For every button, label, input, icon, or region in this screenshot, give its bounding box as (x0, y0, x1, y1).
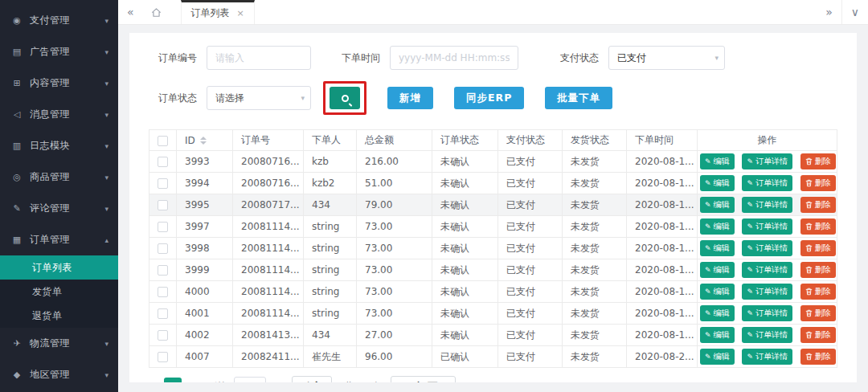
cell-order-time: 2020-08-1... (627, 173, 698, 194)
sidebar-item-ad[interactable]: ▤ 广告管理 ▾ (0, 36, 118, 67)
select-all-checkbox[interactable] (158, 136, 168, 146)
order-detail-button[interactable]: ✎订单详情 (742, 218, 792, 235)
order-detail-button[interactable]: ✎订单详情 (742, 284, 792, 300)
goto-page-input[interactable] (234, 377, 266, 382)
col-buyer: 下单人 (304, 130, 357, 151)
order-detail-button[interactable]: ✎订单详情 (742, 262, 792, 278)
order-no-input[interactable] (207, 46, 311, 70)
collapse-sidebar-icon[interactable]: « (118, 0, 143, 24)
order-status-select[interactable]: 请选择 ▾ (207, 86, 311, 110)
prev-page-icon[interactable]: ‹ (149, 379, 158, 382)
order-detail-button[interactable]: ✎订单详情 (742, 327, 792, 343)
edit-button[interactable]: ✎编辑 (700, 175, 735, 191)
edit-button[interactable]: ✎编辑 (700, 262, 735, 278)
row-checkbox[interactable] (158, 330, 168, 341)
pencil-icon: ✎ (705, 266, 711, 274)
row-checkbox[interactable] (158, 178, 168, 189)
order-time-input[interactable] (390, 46, 518, 70)
delete-button[interactable]: 删除 (800, 305, 836, 321)
order-detail-button[interactable]: ✎订单详情 (742, 197, 792, 213)
sidebar-item-logistics[interactable]: ✈ 物流管理 ▾ (0, 328, 118, 359)
row-checkbox[interactable] (158, 243, 168, 254)
pencil-icon: ✎ (747, 288, 753, 296)
add-button[interactable]: 新增 (387, 87, 433, 109)
row-checkbox[interactable] (158, 352, 168, 362)
chevron-down-icon: ▾ (301, 94, 305, 102)
row-checkbox[interactable] (158, 308, 168, 319)
sidebar-item-region[interactable]: ◆ 地区管理 ▾ (0, 359, 118, 390)
delete-button[interactable]: 删除 (800, 218, 836, 235)
close-icon[interactable]: × (237, 8, 244, 18)
delete-button[interactable]: 删除 (800, 240, 836, 256)
delete-button-label: 删除 (815, 199, 831, 210)
sidebar-item-payment[interactable]: ◉ 支付管理 ▾ (0, 5, 118, 36)
search-button[interactable] (330, 87, 360, 109)
row-checkbox[interactable] (158, 200, 168, 210)
annotation-box (323, 81, 366, 115)
pay-status-select[interactable]: 已支付 ▾ (608, 46, 725, 70)
edit-button-label: 编辑 (714, 308, 730, 319)
edit-button[interactable]: ✎编辑 (700, 284, 735, 300)
edit-button[interactable]: ✎编辑 (700, 240, 735, 256)
edit-button[interactable]: ✎编辑 (700, 327, 735, 343)
cell-buyer: string (304, 259, 357, 281)
order-detail-button-label: 订单详情 (755, 351, 788, 362)
page-size-select[interactable]: 20 条/页 ∨ (391, 376, 456, 382)
sidebar-subitem-return[interactable]: 退货单 (0, 304, 118, 328)
chevron-down-icon[interactable]: ∨ (841, 0, 868, 24)
order-detail-button[interactable]: ✎订单详情 (742, 153, 792, 169)
sync-erp-button[interactable]: 同步ERP (454, 87, 524, 109)
edit-button[interactable]: ✎编辑 (700, 349, 735, 365)
tab-order-list[interactable]: 订单列表 × (181, 0, 255, 24)
cell-pay-status: 已支付 (498, 216, 563, 238)
order-detail-button[interactable]: ✎订单详情 (742, 305, 792, 321)
batch-order-button[interactable]: 批量下单 (545, 87, 612, 109)
order-status-label: 订单状态 (149, 92, 197, 105)
order-detail-button[interactable]: ✎订单详情 (742, 349, 792, 365)
home-icon[interactable] (143, 0, 170, 24)
table-row: 3999 20081114... string 73.00 未确认 已支付 未发… (149, 259, 837, 281)
delete-button[interactable]: 删除 (800, 262, 836, 278)
expand-tabs-icon[interactable]: » (817, 0, 841, 24)
order-detail-button[interactable]: ✎订单详情 (742, 240, 792, 256)
edit-button[interactable]: ✎编辑 (700, 218, 735, 235)
sidebar: ◉ 支付管理 ▾ ▤ 广告管理 ▾ ⊞ 内容管理 ▾ ◁ 消息管理 ▾ ▥ 日志… (0, 0, 118, 392)
next-page-icon[interactable]: › (187, 379, 197, 382)
sidebar-item-order[interactable]: ▦ 订单管理 ▴ (0, 224, 118, 255)
sidebar-item-comment[interactable]: ✎ 评论管理 ▾ (0, 193, 118, 224)
sidebar-subitem-order-list[interactable]: 订单列表 (0, 255, 118, 280)
cell-id: 4000 (177, 281, 233, 303)
order-detail-button-label: 订单详情 (755, 178, 788, 189)
edit-button[interactable]: ✎编辑 (700, 197, 735, 213)
table-row: 3993 20080716... kzb 216.00 未确认 已支付 未发货 … (149, 151, 837, 173)
sidebar-subitem-delivery[interactable]: 发货单 (0, 280, 118, 304)
delete-button[interactable]: 删除 (800, 327, 836, 343)
delete-button[interactable]: 删除 (800, 153, 836, 169)
delete-button[interactable]: 删除 (800, 349, 836, 365)
sidebar-item-goods[interactable]: ◎ 商品管理 ▾ (0, 161, 118, 193)
sidebar-subitem-label: 订单列表 (32, 261, 72, 275)
sidebar-item-message[interactable]: ◁ 消息管理 ▾ (0, 99, 118, 130)
edit-button[interactable]: ✎编辑 (700, 305, 735, 321)
row-checkbox[interactable] (158, 157, 168, 167)
sort-icon[interactable] (200, 137, 207, 145)
delete-button[interactable]: 删除 (800, 175, 836, 191)
order-detail-button-label: 订单详情 (755, 264, 788, 276)
delete-button[interactable]: 删除 (800, 284, 836, 300)
edit-button[interactable]: ✎编辑 (700, 153, 735, 169)
tab-bar: « 订单列表 × » ∨ (118, 0, 868, 25)
confirm-button[interactable]: 确定 (292, 376, 332, 382)
page-number-1[interactable]: 1 (164, 378, 182, 382)
row-checkbox[interactable] (158, 222, 168, 232)
delete-button[interactable]: 删除 (800, 197, 836, 213)
cell-order-no: 20080717... (233, 194, 304, 216)
sidebar-menu: ◉ 支付管理 ▾ ▤ 广告管理 ▾ ⊞ 内容管理 ▾ ◁ 消息管理 ▾ ▥ 日志… (0, 5, 118, 390)
row-checkbox[interactable] (158, 265, 168, 276)
sidebar-item-log[interactable]: ▥ 日志模块 ▾ (0, 130, 118, 161)
pencil-icon: ✎ (747, 244, 753, 252)
sidebar-item-content[interactable]: ⊞ 内容管理 ▾ (0, 67, 118, 99)
order-detail-button[interactable]: ✎订单详情 (742, 175, 792, 191)
row-checkbox[interactable] (158, 287, 168, 297)
cell-order-status: 已确认 (432, 346, 498, 368)
cell-ship-status: 未发货 (563, 216, 627, 238)
